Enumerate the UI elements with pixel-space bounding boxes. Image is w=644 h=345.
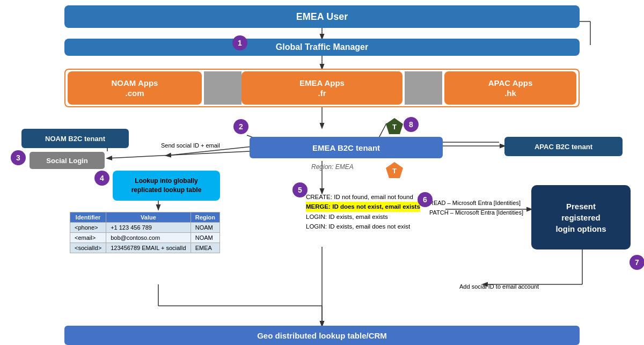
step-8-circle: 8 (404, 117, 419, 132)
step5-text-block: CREATE: ID not found, email not found ME… (306, 192, 420, 232)
cell-val-1: +1 123 456 789 (106, 223, 191, 233)
add-social-label: Add social ID to email account (459, 283, 539, 290)
cell-val-2: bob@contoso.com (106, 233, 191, 243)
table-row: <socialId> 123456789 EMAIL + socialId EM… (70, 243, 220, 253)
lookup-table: Identifier Value Region <phone> +1 123 4… (70, 212, 220, 253)
cell-id-3: <socialId> (70, 243, 106, 253)
noam-b2c-box: NOAM B2C tenant (21, 129, 129, 148)
col-value: Value (106, 212, 191, 223)
cell-reg-3: EMEA (191, 243, 219, 253)
pentagon-t-green: T (385, 117, 404, 138)
col-identifier: Identifier (70, 212, 106, 223)
send-social-label: Send social ID + email (161, 142, 220, 149)
cell-id-2: <email> (70, 233, 106, 243)
pentagon-t-orange: T (385, 161, 404, 182)
login1-label: LOGIN: ID exists, email exists (306, 212, 420, 222)
emea-b2c-box: EMEA B2C tenant (250, 137, 443, 158)
step6-text: READ – Microsoft Entra [Identities] PATC… (429, 199, 523, 217)
svg-line-23 (107, 151, 250, 158)
create-label: CREATE: ID not found, email not found (306, 192, 420, 202)
lookup-box: Lookup into globallyreplicated lookup ta… (113, 171, 220, 201)
col-region: Region (191, 212, 219, 223)
emea-apps-box: EMEA Apps.fr (241, 71, 402, 105)
geo-crm-box: Geo distributed lookup table/CRM (64, 326, 580, 345)
cell-id-1: <phone> (70, 223, 106, 233)
patch-label: PATCH – Microsoft Entra [Identities] (429, 208, 523, 218)
step-3-circle: 3 (11, 150, 26, 165)
merge-label: MERGE: ID does not exist, email exists (306, 202, 420, 211)
emea-user-box: EMEA User (64, 5, 580, 28)
gray-separator-left (204, 71, 241, 105)
step-1-circle: 1 (232, 35, 247, 50)
cell-reg-1: NOAM (191, 223, 219, 233)
gtm-box: Global Traffic Manager (64, 39, 580, 56)
diagram: EMEA User Global Traffic Manager 1 NOAM … (0, 0, 644, 345)
present-login-box: Presentregisteredlogin options (531, 185, 631, 249)
svg-text:T: T (392, 167, 397, 175)
gray-separator-right (405, 71, 442, 105)
region-emea-label: Region: EMEA (311, 163, 354, 171)
step-4-circle: 4 (94, 171, 109, 186)
step-6-circle: 6 (418, 192, 433, 207)
step-2-circle: 2 (233, 119, 248, 134)
apac-b2c-box: APAC B2C tenant (504, 137, 623, 156)
login2-label: LOGIN: ID exists, email does not exist (306, 222, 420, 231)
svg-text:T: T (392, 123, 397, 131)
cell-val-3: 123456789 EMAIL + socialId (106, 243, 191, 253)
table-row: <phone> +1 123 456 789 NOAM (70, 223, 220, 233)
apac-apps-box: APAC Apps.hk (444, 71, 576, 105)
step-7-circle: 7 (630, 255, 644, 270)
social-login-box: Social Login (30, 152, 105, 169)
table-row: <email> bob@contoso.com NOAM (70, 233, 220, 243)
step-5-circle: 5 (292, 182, 308, 197)
cell-reg-2: NOAM (191, 233, 219, 243)
noam-apps-box: NOAM Apps.com (68, 71, 202, 105)
read-label: READ – Microsoft Entra [Identities] (429, 199, 523, 208)
